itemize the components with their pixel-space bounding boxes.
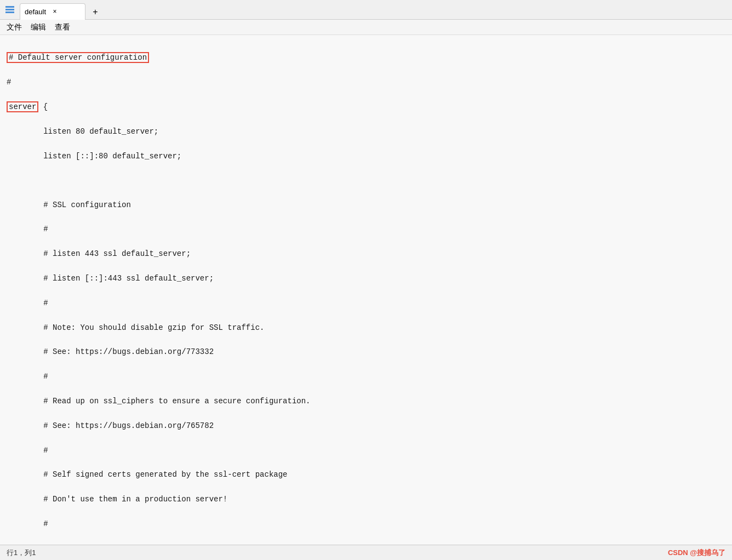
line-14: # — [7, 370, 725, 382]
menu-file[interactable]: 文件 — [2, 21, 26, 33]
menu-edit[interactable]: 编辑 — [26, 21, 50, 33]
line-8: # — [7, 223, 725, 235]
line-7: # SSL configuration — [7, 199, 725, 211]
line-9: # listen 443 ssl default_server; — [7, 248, 725, 260]
branding-label: CSDN @搜捕乌了 — [668, 548, 725, 558]
line-17: # — [7, 444, 725, 456]
svg-rect-2 — [5, 12, 14, 13]
line-15: # Read up on ssl_ciphers to ensure a sec… — [7, 395, 725, 407]
line-5: listen [::]:80 default_server; — [7, 150, 725, 162]
line-2: # — [7, 76, 725, 88]
title-bar: default × + — [0, 0, 732, 20]
line-12: # Note: You should disable gzip for SSL … — [7, 322, 725, 334]
editor-content: # Default server configuration # server … — [0, 37, 732, 545]
tab-strip: default × + — [20, 0, 732, 20]
line-1: # Default server configuration — [7, 52, 725, 64]
cursor-position: 行1，列1 — [7, 548, 36, 558]
menu-view[interactable]: 查看 — [50, 21, 75, 33]
line-10: # listen [::]:443 ssl default_server; — [7, 272, 725, 284]
app-icon — [0, 0, 20, 20]
line-20: # — [7, 518, 725, 530]
status-bar: 行1，列1 CSDN @搜捕乌了 — [0, 545, 732, 560]
editor-area[interactable]: # Default server configuration # server … — [0, 35, 732, 545]
tab-default[interactable]: default × — [20, 3, 85, 20]
line-18: # Self signed certs generated by the ssl… — [7, 468, 725, 481]
line-6 — [7, 174, 725, 186]
line-11: # — [7, 297, 725, 309]
line-13: # See: https://bugs.debian.org/773332 — [7, 346, 725, 358]
line-19: # Don't use them in a production server! — [7, 493, 725, 505]
menu-bar: 文件 编辑 查看 — [0, 20, 732, 35]
highlighted-comment: # Default server configuration — [7, 52, 149, 63]
new-tab-button[interactable]: + — [88, 4, 103, 20]
line-3: server { — [7, 101, 725, 113]
line-4: listen 80 default_server; — [7, 125, 725, 138]
highlighted-server: server — [7, 101, 38, 112]
app-logo-icon — [4, 4, 15, 15]
line-16: # See: https://bugs.debian.org/765782 — [7, 420, 725, 432]
tab-close-button[interactable]: × — [50, 7, 59, 16]
tab-label: default — [25, 8, 46, 16]
svg-rect-1 — [5, 9, 14, 10]
svg-rect-0 — [5, 6, 14, 8]
